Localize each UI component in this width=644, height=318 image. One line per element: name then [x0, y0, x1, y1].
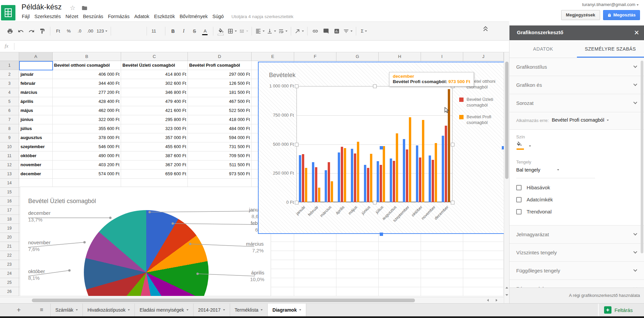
column-header-J[interactable]: J [463, 52, 504, 61]
checkbox-adatcímkék[interactable] [516, 197, 522, 202]
bar-chart-card[interactable]: Bevételek 1 000 000 Ft750 000 Ft500 000 … [258, 62, 504, 234]
cell-I20[interactable] [421, 233, 463, 242]
cell-I23[interactable] [421, 260, 463, 269]
folder-icon[interactable] [82, 5, 88, 12]
cell-C6[interactable]: 421 600 Ft [121, 106, 188, 115]
paint-format-button[interactable] [38, 26, 47, 36]
cell-F20[interactable] [294, 233, 336, 242]
series-dropdown[interactable]: Bevétel Profi csomagból [552, 117, 609, 123]
menu-adatok[interactable]: Adatok [132, 13, 152, 20]
column-header-C[interactable]: C [121, 52, 188, 61]
cell-H21[interactable] [379, 242, 421, 251]
row-header-8[interactable]: 8 [0, 124, 19, 133]
row-header-18[interactable]: 18 [0, 215, 19, 224]
row-header-11[interactable]: 11 [0, 151, 19, 161]
pie-chart-card[interactable]: Bevétel Üzleti csomagból december13,7%no… [20, 187, 271, 296]
text-rotation-button[interactable] [294, 26, 304, 36]
cell-G25[interactable] [336, 278, 379, 287]
cell-J23[interactable] [463, 260, 504, 269]
cell-C4[interactable]: 346 800 Ft [121, 88, 188, 97]
cell-A9[interactable]: augusztus [19, 133, 53, 142]
sheet-tab-eladási-mennyiségek[interactable]: Eladási mennyiségek [135, 304, 193, 316]
row-header-17[interactable]: 17 [0, 206, 19, 215]
cell-B12[interactable]: 403 200 Ft [53, 161, 121, 170]
row-header-20[interactable]: 20 [0, 233, 19, 242]
cell-D14[interactable] [188, 179, 252, 188]
cell-B11[interactable]: 490 000 Ft [53, 151, 121, 161]
menu-nézet[interactable]: Nézet [63, 13, 80, 20]
column-header-A[interactable]: A [19, 52, 53, 61]
insert-comment-button[interactable] [322, 26, 330, 36]
cell-J26[interactable] [463, 287, 504, 296]
cell-B6[interactable]: 462 000 Ft [53, 106, 121, 115]
cell-G24[interactable] [336, 269, 379, 278]
collapse-toolbar-button[interactable] [480, 26, 490, 36]
row-header-4[interactable]: 4 [0, 88, 19, 97]
cell-A11[interactable]: október [19, 151, 53, 161]
cell-B2[interactable]: 406 000 Ft [53, 70, 121, 79]
select-all-corner[interactable] [0, 52, 19, 61]
cell-J20[interactable] [463, 233, 504, 242]
cell-B9[interactable]: 378 000 Ft [53, 133, 121, 142]
horizontal-align-button[interactable] [255, 26, 265, 36]
document-title[interactable]: Példák-kész [21, 3, 62, 11]
cell-B1[interactable]: Bevétel otthoni csomagból [53, 61, 121, 70]
row-header-3[interactable]: 3 [0, 79, 19, 88]
cell-I22[interactable] [421, 251, 463, 260]
cell-A12[interactable]: november [19, 161, 53, 170]
cell-C5[interactable]: 479 400 Ft [121, 97, 188, 106]
panel-section-függőleges-tengely[interactable]: Függőleges tengely [509, 262, 644, 280]
cell-F26[interactable] [294, 287, 336, 296]
menu-szerkesztés[interactable]: Szerkesztés [32, 13, 63, 20]
star-icon[interactable]: ☆ [70, 4, 75, 12]
cell-G26[interactable] [336, 287, 379, 296]
row-header-5[interactable]: 5 [0, 97, 19, 106]
cell-D8[interactable]: 484 000 Ft [188, 124, 252, 133]
decrease-decimals-button[interactable]: .0 [75, 26, 84, 36]
cell-G22[interactable] [336, 251, 379, 260]
cell-I25[interactable] [421, 278, 463, 287]
column-header-H[interactable]: H [379, 52, 421, 61]
row-header-21[interactable]: 21 [0, 242, 19, 251]
scroll-left-arrow[interactable] [487, 299, 489, 302]
font-family-button[interactable] [114, 26, 143, 36]
merge-cells-button[interactable] [239, 26, 248, 36]
explore-button[interactable]: Feltárás [598, 304, 644, 316]
row-header-26[interactable]: 26 [0, 287, 19, 296]
undo-button[interactable] [16, 26, 25, 36]
cell-H26[interactable] [379, 287, 421, 296]
cell-B4[interactable]: 277 200 Ft [53, 88, 121, 97]
cell-D7[interactable]: 418 000 Ft [188, 115, 252, 124]
cell-H20[interactable] [379, 233, 421, 242]
sheet-tab-hivatkozástípusok[interactable]: Hivatkozástípusok [83, 304, 135, 316]
cell-B10[interactable]: 546 000 Ft [53, 142, 121, 151]
row-header-1[interactable]: 1 [0, 61, 19, 70]
cell-H25[interactable] [379, 278, 421, 287]
sheets-logo-icon[interactable] [1, 5, 15, 20]
column-header-B[interactable]: B [53, 52, 121, 61]
cell-A4[interactable]: március [19, 88, 53, 97]
number-format-button[interactable]: 123 [97, 26, 107, 36]
scroll-right-arrow[interactable] [496, 299, 497, 302]
column-header-F[interactable]: F [294, 52, 336, 61]
text-wrap-button[interactable] [278, 26, 287, 36]
horizontal-scroll-thumb[interactable] [32, 299, 415, 302]
cell-C14[interactable] [121, 179, 188, 188]
cell-D4[interactable]: 181 500 Ft [188, 88, 252, 97]
row-header-7[interactable]: 7 [0, 115, 19, 124]
resize-handle[interactable] [295, 201, 299, 204]
cell-J25[interactable] [463, 278, 504, 287]
sheet-tab-diagramok[interactable]: Diagramok [268, 304, 306, 316]
cell-D6[interactable]: 522 500 Ft [188, 106, 252, 115]
italic-button[interactable]: I [179, 26, 188, 36]
cell-A10[interactable]: szeptember [19, 142, 53, 151]
cell-I21[interactable] [421, 242, 463, 251]
row-header-23[interactable]: 23 [0, 260, 19, 269]
cell-G23[interactable] [336, 260, 379, 269]
cell-G20[interactable] [336, 233, 379, 242]
cell-A14[interactable] [19, 179, 53, 188]
sheet-tab-terméklista[interactable]: Terméklista [230, 304, 268, 316]
scroll-up-arrow[interactable] [505, 287, 508, 289]
tab-adatok[interactable]: ADATOK [509, 40, 577, 58]
cell-H22[interactable] [379, 251, 421, 260]
